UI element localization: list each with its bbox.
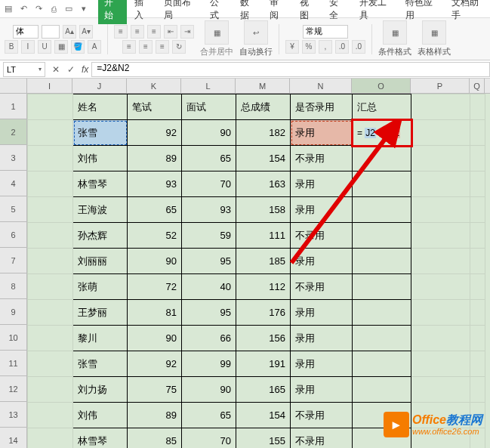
cell[interactable]: 90 — [182, 120, 236, 146]
cell[interactable]: 姓名 — [73, 94, 128, 120]
redo-icon[interactable]: ↷ — [33, 4, 44, 14]
cell[interactable]: 录用 — [291, 326, 353, 351]
cell[interactable] — [411, 274, 470, 300]
percent-icon[interactable]: % — [302, 40, 316, 54]
row-header[interactable]: 10 — [0, 325, 27, 351]
cell[interactable]: 93 — [182, 197, 236, 223]
cell[interactable]: 95 — [182, 249, 236, 274]
cell[interactable]: 是否录用 — [291, 94, 353, 120]
print-icon[interactable]: ⎙ — [48, 4, 59, 14]
cell[interactable]: 90 — [128, 326, 182, 351]
cell[interactable]: 王海波 — [73, 197, 128, 223]
cell[interactable]: 40 — [182, 274, 236, 300]
cell[interactable] — [470, 197, 485, 223]
cell[interactable]: 刘力扬 — [73, 377, 128, 403]
cell[interactable] — [411, 326, 470, 351]
col-header[interactable]: Q — [470, 79, 485, 93]
cell[interactable] — [353, 274, 411, 300]
cell[interactable] — [28, 274, 73, 300]
col-header[interactable]: K — [127, 79, 181, 93]
cell[interactable]: 70 — [182, 428, 236, 449]
fill-color-icon[interactable]: 🪣 — [71, 40, 85, 54]
cell-style-icon[interactable]: ▦ — [422, 20, 446, 45]
cell[interactable] — [353, 351, 411, 377]
cell[interactable]: 黎川 — [73, 326, 128, 351]
col-header[interactable]: N — [290, 79, 352, 93]
cell[interactable] — [470, 94, 485, 120]
cell[interactable]: 90 — [128, 249, 182, 274]
cell[interactable]: 99 — [182, 351, 236, 377]
italic-icon[interactable]: I — [21, 40, 35, 54]
cell[interactable] — [353, 197, 411, 223]
cell[interactable] — [470, 146, 485, 171]
cell[interactable] — [411, 351, 470, 377]
cell[interactable]: 155 — [236, 428, 291, 449]
cell[interactable]: 录用 — [291, 120, 353, 146]
cell[interactable]: 笔试 — [128, 94, 182, 120]
cell[interactable] — [411, 94, 470, 120]
cell[interactable] — [470, 326, 485, 351]
cell[interactable] — [28, 223, 73, 249]
cell[interactable] — [353, 377, 411, 403]
cell[interactable]: 90 — [182, 377, 236, 403]
row-header[interactable]: 3 — [0, 145, 27, 171]
cell[interactable] — [28, 300, 73, 326]
cell[interactable]: 录用 — [291, 351, 353, 377]
cond-fmt-icon[interactable]: ▦ — [383, 20, 407, 45]
col-header[interactable]: O — [352, 79, 411, 93]
font-size-box[interactable] — [42, 25, 60, 39]
cell[interactable] — [353, 300, 411, 326]
row-header[interactable]: 9 — [0, 299, 27, 325]
tab-layout[interactable]: 页面布局 — [158, 0, 202, 24]
cell[interactable] — [28, 120, 73, 146]
cell[interactable]: 191 — [236, 351, 291, 377]
cell[interactable]: 不录用 — [291, 403, 353, 428]
cell[interactable]: 面试 — [182, 94, 236, 120]
cell[interactable] — [470, 274, 485, 300]
col-header[interactable]: L — [181, 79, 236, 93]
spreadsheet-grid[interactable]: 1234567891011121314 姓名笔试面试总成绩是否录用汇总张雪929… — [0, 94, 490, 448]
underline-icon[interactable]: U — [38, 40, 51, 54]
cell[interactable]: 52 — [128, 223, 182, 249]
cell[interactable]: 65 — [182, 403, 236, 428]
cell[interactable] — [411, 171, 470, 197]
col-header[interactable]: J — [72, 79, 127, 93]
row-header[interactable]: 13 — [0, 402, 27, 428]
accept-formula-icon[interactable]: ✓ — [63, 64, 79, 75]
cell[interactable]: 王梦丽 — [73, 300, 128, 326]
align-top-icon[interactable]: ≡ — [114, 25, 128, 39]
cell[interactable]: 林雪琴 — [73, 171, 128, 197]
cell[interactable] — [470, 171, 485, 197]
cell[interactable]: 张萌 — [73, 274, 128, 300]
cell[interactable] — [411, 197, 470, 223]
indent-inc-icon[interactable]: ⇥ — [180, 25, 194, 39]
cell[interactable]: 刘伟 — [73, 146, 128, 171]
cell[interactable]: 111 — [236, 223, 291, 249]
cell[interactable]: 185 — [236, 249, 291, 274]
tab-insert[interactable]: 插入 — [128, 0, 157, 24]
row-header[interactable]: 8 — [0, 273, 27, 299]
cell[interactable]: 录用 — [291, 377, 353, 403]
data-table[interactable]: 姓名笔试面试总成绩是否录用汇总张雪9290182录用= J2 & N2刘伟896… — [27, 94, 485, 448]
cell[interactable] — [470, 300, 485, 326]
merge-icon[interactable]: ▦ — [205, 20, 229, 45]
decrease-font-icon[interactable]: A▾ — [79, 25, 93, 39]
cell[interactable] — [470, 120, 485, 146]
align-right-icon[interactable]: ≡ — [156, 40, 169, 54]
cell[interactable] — [470, 351, 485, 377]
row-header[interactable]: 6 — [0, 222, 27, 248]
align-bot-icon[interactable]: ≡ — [147, 25, 161, 39]
cell[interactable]: 66 — [182, 326, 236, 351]
tab-dochelp[interactable]: 文档助手 — [445, 0, 490, 24]
cell[interactable] — [411, 120, 470, 146]
preview-icon[interactable]: ▭ — [63, 4, 74, 14]
cell[interactable] — [28, 249, 73, 274]
col-header[interactable]: P — [411, 79, 470, 93]
orientation-icon[interactable]: ↻ — [172, 40, 186, 54]
tab-security[interactable]: 安全 — [323, 0, 352, 24]
cell[interactable]: 89 — [128, 403, 182, 428]
cell[interactable] — [353, 326, 411, 351]
border-icon[interactable]: ▦ — [54, 40, 68, 54]
cell[interactable] — [470, 249, 485, 274]
cell[interactable]: 汇总 — [353, 94, 411, 120]
